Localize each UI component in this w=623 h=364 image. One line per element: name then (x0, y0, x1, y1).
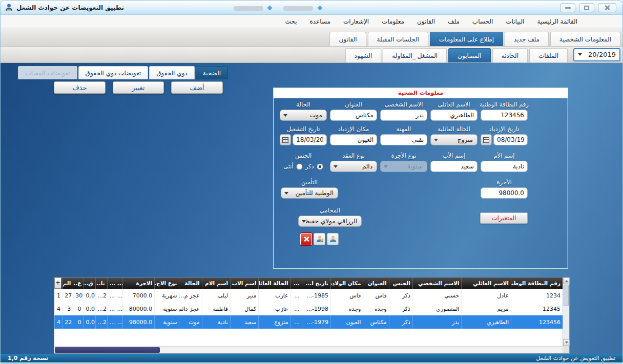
horizontal-scroll-thumb[interactable] (55, 347, 160, 353)
table-cell[interactable]: الطاهيري (462, 315, 511, 329)
table-cell[interactable]: 0.0 (84, 289, 95, 302)
table-cell[interactable]: 1 (55, 289, 63, 302)
first-name-field[interactable] (380, 110, 427, 121)
menu-item-notifications[interactable]: الإشعارات (343, 18, 369, 25)
table-cell[interactable]: شهرية (155, 289, 179, 302)
table-cell[interactable]: ... (290, 289, 302, 302)
table-row[interactable]: 12345مريمالمنصوريذكروجدةوجدة...-1998...ع… (55, 302, 563, 315)
table-cell[interactable]: ذكر (389, 289, 412, 302)
gender-male-radio[interactable] (317, 163, 323, 170)
table-cell[interactable]: ليلى (202, 289, 230, 302)
table-cell[interactable]: ... (115, 302, 122, 315)
table-cell[interactable]: ...2 (95, 302, 107, 315)
column-header[interactable]: الم... (63, 277, 73, 289)
column-header[interactable]: نوع الاج... (155, 277, 179, 289)
table-cell[interactable]: نادية (202, 315, 230, 329)
father-name-field[interactable] (430, 161, 477, 172)
table-cell[interactable]: عازب (259, 302, 290, 315)
vertical-scroll-thumb[interactable] (564, 285, 569, 306)
mother-name-field[interactable] (481, 161, 528, 172)
table-cell[interactable]: ... (107, 315, 115, 329)
table-cell[interactable]: ... (107, 289, 115, 302)
tab-witnesses[interactable]: الشهود (345, 48, 382, 62)
table-cell[interactable]: ... (115, 289, 122, 302)
column-header[interactable]: الحالة (179, 277, 202, 289)
tab-personal-info[interactable]: المعلومات الشخصية (550, 32, 620, 46)
tab-upcoming-sessions[interactable]: الجلسات المقبلة (368, 32, 428, 46)
table-cell[interactable]: 30 (73, 289, 84, 302)
table-cell[interactable]: مكناس (363, 315, 389, 329)
column-header[interactable]: العنوان (363, 277, 389, 289)
table-cell[interactable]: عادل (462, 289, 511, 302)
edit-person-button[interactable] (314, 233, 325, 245)
table-row[interactable]: 1234عادلحسنيذكرفاسفاس...-1985...عازبمنير… (55, 289, 563, 302)
tab-new-file[interactable]: ملف جديد (505, 32, 549, 46)
profession-field[interactable] (380, 134, 427, 145)
column-header[interactable]: تا... (95, 277, 107, 289)
column-header[interactable]: مكان الولادة (331, 277, 363, 289)
table-cell[interactable]: 80000.0 (122, 302, 154, 315)
table-cell[interactable]: فاطمة (202, 302, 230, 315)
tab-files[interactable]: الملفات (529, 48, 568, 62)
table-cell[interactable]: 12345 (511, 302, 563, 315)
tab-accident[interactable]: الحادثة (492, 48, 528, 62)
table-cell[interactable]: 22 (63, 315, 73, 329)
tab-rights-holders[interactable]: ذوي الحقوق (149, 66, 195, 79)
table-cell[interactable]: 4 (55, 302, 63, 315)
table-cell[interactable]: العيون (331, 315, 363, 329)
address-field[interactable] (330, 110, 377, 121)
table-cell[interactable]: ... (115, 315, 122, 329)
column-control-button[interactable]: + (54, 277, 61, 289)
table-cell[interactable]: فاس (331, 289, 363, 302)
contract-type-select[interactable]: دائم (330, 161, 377, 172)
table-cell[interactable]: ...2 (95, 289, 107, 302)
table-cell[interactable]: عجز دائم (179, 302, 202, 315)
menu-item-data[interactable]: البيانات (506, 18, 524, 25)
column-header[interactable]: اسم الاب (231, 277, 259, 289)
table-cell[interactable]: 7000.0 (122, 289, 154, 302)
tab-injured[interactable]: المصابون (448, 48, 490, 62)
column-header[interactable]: رقم البطاقة الوطنية (511, 277, 563, 289)
column-header[interactable]: ... (107, 277, 115, 289)
table-cell[interactable]: عجز م... (179, 289, 202, 302)
menu-item-help[interactable]: مساعدة (309, 18, 330, 25)
column-header[interactable]: ق... (84, 277, 95, 289)
tab-employer-company[interactable]: المشغل _المقاولة (383, 48, 447, 62)
birth-place-field[interactable] (330, 134, 377, 145)
lawyer-select[interactable]: الرزاقي مولاي حفيظ (298, 216, 362, 227)
column-header[interactable]: اسم الام (202, 277, 230, 289)
national-id-field[interactable] (481, 110, 528, 121)
menu-item-account[interactable]: الحساب (472, 18, 493, 25)
delete-record-button[interactable] (300, 233, 312, 245)
table-cell[interactable]: 4 (55, 315, 63, 329)
table-cell[interactable]: متزوج (259, 315, 290, 329)
table-cell[interactable]: وجدة (363, 302, 389, 315)
table-cell[interactable]: 0 (73, 302, 84, 315)
table-cell[interactable]: عازب (259, 289, 290, 302)
table-cell[interactable]: 0.0 (84, 315, 95, 329)
table-cell[interactable]: ...-1979 (302, 315, 330, 329)
delete-button[interactable]: حذف (54, 81, 106, 94)
marital-status-select[interactable]: متزوج (430, 134, 477, 145)
birth-date-calendar-button[interactable] (481, 134, 492, 145)
column-header[interactable]: الجنس (389, 277, 412, 289)
table-cell[interactable]: كمال (231, 302, 259, 315)
table-cell[interactable]: ...-1985 (302, 289, 330, 302)
scroll-down-button[interactable] (563, 339, 570, 346)
add-button[interactable]: أضف (171, 81, 223, 94)
table-row[interactable]: 123456الطاهيريبدرذكرمكناسالعيون...-1979.… (55, 315, 563, 329)
menu-item-file[interactable]: ملف (448, 18, 460, 25)
table-cell[interactable]: بدر (412, 315, 462, 329)
variables-button[interactable]: المتغيرات (480, 212, 528, 224)
gender-female-radio[interactable] (296, 163, 303, 170)
table-cell[interactable]: 0.0 (84, 302, 95, 315)
add-person-button[interactable] (327, 233, 339, 245)
table-cell[interactable]: 3 (63, 302, 73, 315)
table-cell[interactable]: 123456 (511, 315, 563, 329)
table-cell[interactable]: 27 (63, 289, 73, 302)
tab-law[interactable]: القانون (329, 32, 366, 46)
column-header[interactable]: الاسم الشخصي (412, 277, 462, 289)
menu-item-law[interactable]: القانون (417, 18, 435, 25)
column-header[interactable]: ... (290, 277, 302, 289)
table-cell[interactable]: المنصوري (412, 302, 462, 315)
